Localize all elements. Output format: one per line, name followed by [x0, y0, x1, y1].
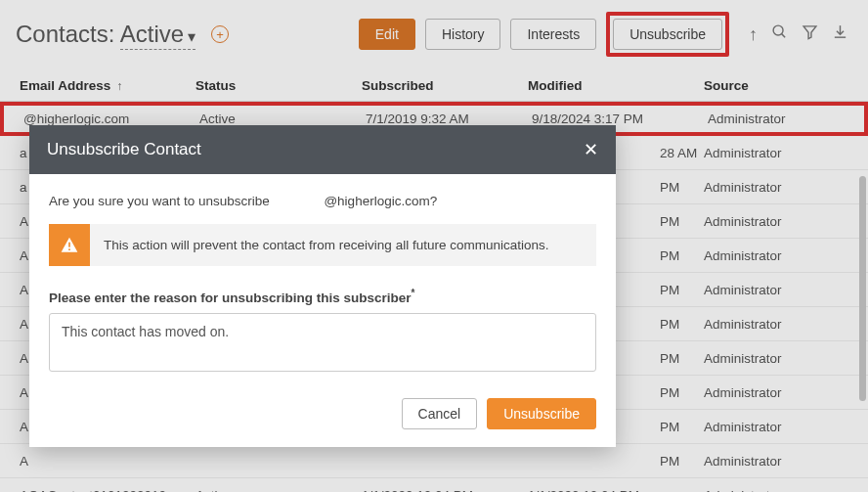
close-icon[interactable]: ✕	[584, 139, 598, 160]
warning-box: This action will prevent the contact fro…	[49, 224, 596, 266]
cancel-button[interactable]: Cancel	[402, 398, 478, 429]
unsubscribe-modal: Unsubscribe Contact ✕ Are you sure you w…	[29, 125, 616, 447]
modal-unsubscribe-button[interactable]: Unsubscribe	[487, 398, 596, 429]
confirm-text: Are you sure you want to unsubscribe @hi…	[49, 194, 596, 208]
reason-label: Please enter the reason for unsubscribin…	[49, 288, 596, 305]
svg-rect-5	[68, 248, 70, 250]
svg-rect-4	[68, 242, 70, 246]
reason-input[interactable]	[49, 313, 596, 372]
modal-title: Unsubscribe Contact	[47, 140, 201, 159]
warning-icon	[49, 224, 90, 266]
warning-text: This action will prevent the contact fro…	[90, 224, 596, 266]
